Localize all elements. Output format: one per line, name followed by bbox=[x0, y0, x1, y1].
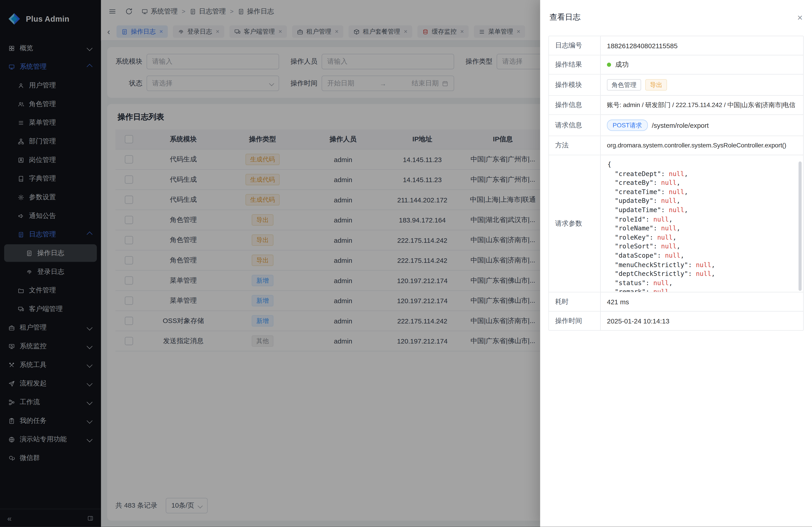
desc-value: POST请求/system/role/export bbox=[601, 115, 803, 136]
json-key: "remark" bbox=[615, 288, 646, 292]
json-key: "updateTime" bbox=[615, 206, 661, 214]
json-line: "updateTime": null, bbox=[607, 205, 794, 214]
json-null-value: null bbox=[653, 279, 669, 286]
json-key: "createBy" bbox=[615, 179, 653, 186]
desc-label: 操作时间 bbox=[549, 312, 601, 330]
log-detail-drawer: 查看日志 × 日志编号1882612840802115585操作结果成功操作模块… bbox=[540, 0, 812, 527]
desc-label: 操作结果 bbox=[549, 56, 601, 74]
json-key: "updateBy" bbox=[615, 197, 653, 205]
request-method-tag: POST请求 bbox=[607, 119, 648, 131]
module-tag: 导出 bbox=[645, 79, 667, 91]
desc-value: 421 ms bbox=[601, 292, 803, 311]
json-line: "dataScope": null, bbox=[607, 251, 794, 260]
json-key: "dataScope" bbox=[615, 252, 657, 259]
desc-text: 2025-01-24 10:14:13 bbox=[607, 317, 669, 325]
json-null-value: null bbox=[661, 242, 677, 250]
json-key: "menuCheckStrictly" bbox=[615, 260, 688, 268]
desc-row: 操作结果成功 bbox=[549, 55, 803, 74]
json-key: "roleName" bbox=[615, 224, 653, 232]
json-null-value: null bbox=[661, 197, 677, 205]
desc-row: 操作模块角色管理导出 bbox=[549, 74, 803, 95]
json-null-value: null bbox=[661, 224, 677, 232]
json-line: "updateBy": null, bbox=[607, 196, 794, 205]
json-line: "remark": null, bbox=[607, 287, 794, 292]
desc-label: 请求参数 bbox=[549, 155, 601, 292]
json-line: "menuCheckStrictly": null, bbox=[607, 260, 794, 269]
json-null-value: null bbox=[696, 260, 711, 268]
json-key: "roleKey" bbox=[615, 233, 649, 241]
desc-value: 1882612840802115585 bbox=[601, 36, 803, 55]
drawer-title: 查看日志 bbox=[549, 12, 581, 22]
desc-label: 方法 bbox=[549, 136, 601, 155]
app-root: Plus Admin 概览系统管理用户管理角色管理菜单管理部门管理岗位管理字典管… bbox=[0, 0, 812, 527]
status-text: 成功 bbox=[615, 60, 629, 69]
json-key: "createDept" bbox=[615, 169, 661, 177]
desc-text: org.dromara.system.controller.system.Sys… bbox=[607, 142, 786, 149]
desc-label: 日志编号 bbox=[549, 36, 601, 55]
log-detail-table: 日志编号1882612840802115585操作结果成功操作模块角色管理导出操… bbox=[548, 35, 804, 331]
desc-text: 421 ms bbox=[607, 298, 629, 305]
desc-row: 耗时421 ms bbox=[549, 292, 803, 311]
drawer-header: 查看日志 × bbox=[540, 0, 812, 22]
json-null-value: null bbox=[696, 270, 711, 277]
scrollbar-thumb[interactable] bbox=[798, 161, 802, 291]
request-path: /system/role/export bbox=[652, 121, 709, 129]
json-line: "roleName": null, bbox=[607, 224, 794, 232]
desc-value: 2025-01-24 10:14:13 bbox=[601, 312, 803, 330]
request-params-json[interactable]: {"createDept": null,"createBy": null,"cr… bbox=[601, 155, 803, 292]
json-line: "roleSort": null, bbox=[607, 242, 794, 251]
json-null-value: null bbox=[653, 215, 669, 223]
desc-row: 操作时间2025-01-24 10:14:13 bbox=[549, 311, 803, 330]
json-key: "createTime" bbox=[615, 188, 661, 195]
json-line: "roleKey": null, bbox=[607, 233, 794, 242]
desc-value: org.dromara.system.controller.system.Sys… bbox=[601, 136, 803, 155]
desc-value: {"createDept": null,"createBy": null,"cr… bbox=[601, 155, 803, 292]
json-line: "deptCheckStrictly": null, bbox=[607, 269, 794, 278]
desc-row: 请求参数{"createDept": null,"createBy": null… bbox=[549, 155, 803, 292]
close-drawer-button[interactable]: × bbox=[797, 13, 803, 22]
desc-row: 操作信息账号: admin / 研发部门 / 222.175.114.242 /… bbox=[549, 95, 803, 114]
drawer-body: 日志编号1882612840802115585操作结果成功操作模块角色管理导出操… bbox=[540, 22, 812, 339]
desc-value: 角色管理导出 bbox=[601, 75, 803, 95]
desc-row: 日志编号1882612840802115585 bbox=[549, 36, 803, 55]
desc-label: 请求信息 bbox=[549, 115, 601, 136]
desc-label: 操作模块 bbox=[549, 75, 601, 95]
json-null-value: null bbox=[669, 206, 684, 214]
json-key: "status" bbox=[615, 279, 646, 286]
json-line: "createBy": null, bbox=[607, 178, 794, 187]
success-dot-icon bbox=[607, 63, 611, 67]
json-null-value: null bbox=[669, 169, 684, 177]
json-line: "createDept": null, bbox=[607, 169, 794, 178]
json-key: "roleSort" bbox=[615, 242, 653, 250]
desc-value: 成功 bbox=[601, 56, 803, 74]
json-null-value: null bbox=[665, 252, 681, 259]
json-null-value: null bbox=[653, 288, 669, 292]
desc-text: 1882612840802115585 bbox=[607, 42, 678, 49]
json-null-value: null bbox=[669, 188, 684, 195]
module-tag: 角色管理 bbox=[607, 79, 641, 91]
json-key: "roleId" bbox=[615, 215, 646, 223]
json-line: "createTime": null, bbox=[607, 187, 794, 196]
json-line: "roleId": null, bbox=[607, 215, 794, 224]
json-open-brace: { bbox=[607, 160, 794, 169]
desc-value: 账号: admin / 研发部门 / 222.175.114.242 / 中国|… bbox=[601, 96, 803, 115]
json-null-value: null bbox=[661, 179, 677, 186]
desc-label: 耗时 bbox=[549, 292, 601, 311]
desc-row: 方法org.dromara.system.controller.system.S… bbox=[549, 136, 803, 155]
desc-text: 账号: admin / 研发部门 / 222.175.114.242 / 中国|… bbox=[607, 101, 795, 109]
desc-row: 请求信息POST请求/system/role/export bbox=[549, 114, 803, 135]
json-key: "deptCheckStrictly" bbox=[615, 270, 688, 277]
json-null-value: null bbox=[657, 233, 673, 241]
desc-label: 操作信息 bbox=[549, 96, 601, 115]
json-line: "status": null, bbox=[607, 278, 794, 287]
